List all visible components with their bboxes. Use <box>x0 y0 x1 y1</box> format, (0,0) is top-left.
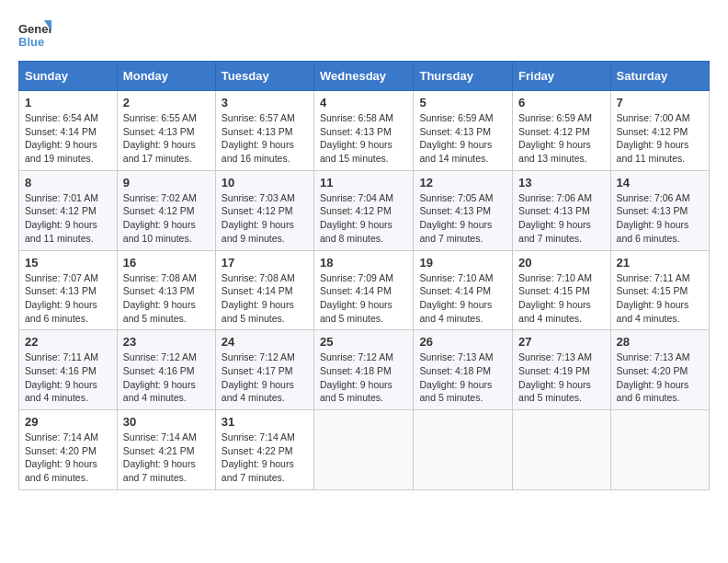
calendar-cell: 27 Sunrise: 7:13 AM Sunset: 4:19 PM Dayl… <box>513 330 610 410</box>
day-number: 15 <box>25 256 111 270</box>
day-info: Sunrise: 6:59 AM Sunset: 4:12 PM Dayligh… <box>518 111 604 166</box>
day-number: 24 <box>222 335 308 349</box>
day-info: Sunrise: 7:12 AM Sunset: 4:17 PM Dayligh… <box>222 350 308 405</box>
calendar-cell: 10 Sunrise: 7:03 AM Sunset: 4:12 PM Dayl… <box>215 170 313 250</box>
logo-icon: General Blue <box>18 18 51 52</box>
calendar-cell: 1 Sunrise: 6:54 AM Sunset: 4:14 PM Dayli… <box>19 91 118 171</box>
day-header-tuesday: Tuesday <box>215 62 313 91</box>
day-info: Sunrise: 7:06 AM Sunset: 4:13 PM Dayligh… <box>518 191 604 246</box>
day-info: Sunrise: 7:14 AM Sunset: 4:21 PM Dayligh… <box>123 431 210 485</box>
calendar-cell: 5 Sunrise: 6:59 AM Sunset: 4:13 PM Dayli… <box>414 91 513 171</box>
day-number: 26 <box>419 335 506 349</box>
day-number: 17 <box>222 256 308 270</box>
day-info: Sunrise: 7:02 AM Sunset: 4:12 PM Dayligh… <box>123 191 210 246</box>
day-header-thursday: Thursday <box>414 62 513 91</box>
day-number: 25 <box>320 335 407 349</box>
day-number: 11 <box>320 176 407 190</box>
day-number: 21 <box>617 256 703 270</box>
calendar: SundayMondayTuesdayWednesdayThursdayFrid… <box>18 61 710 490</box>
day-info: Sunrise: 7:11 AM Sunset: 4:16 PM Dayligh… <box>25 350 111 405</box>
day-number: 3 <box>222 96 308 109</box>
day-number: 31 <box>222 415 308 429</box>
calendar-week-1: 1 Sunrise: 6:54 AM Sunset: 4:14 PM Dayli… <box>19 91 710 171</box>
logo: General Blue <box>18 18 51 52</box>
day-info: Sunrise: 7:09 AM Sunset: 4:14 PM Dayligh… <box>320 271 407 326</box>
day-info: Sunrise: 7:06 AM Sunset: 4:13 PM Dayligh… <box>617 191 703 246</box>
day-info: Sunrise: 7:01 AM Sunset: 4:12 PM Dayligh… <box>25 191 111 246</box>
calendar-cell: 6 Sunrise: 6:59 AM Sunset: 4:12 PM Dayli… <box>513 91 610 171</box>
svg-text:General: General <box>18 22 51 36</box>
day-info: Sunrise: 7:14 AM Sunset: 4:22 PM Dayligh… <box>222 431 308 485</box>
day-info: Sunrise: 7:11 AM Sunset: 4:15 PM Dayligh… <box>617 271 703 326</box>
day-number: 1 <box>25 96 111 109</box>
calendar-cell: 31 Sunrise: 7:14 AM Sunset: 4:22 PM Dayl… <box>215 410 313 490</box>
calendar-cell: 12 Sunrise: 7:05 AM Sunset: 4:13 PM Dayl… <box>414 170 513 250</box>
day-number: 12 <box>419 176 506 190</box>
day-info: Sunrise: 7:08 AM Sunset: 4:13 PM Dayligh… <box>123 271 210 326</box>
calendar-cell: 21 Sunrise: 7:11 AM Sunset: 4:15 PM Dayl… <box>610 250 709 330</box>
header: General Blue <box>18 18 710 52</box>
calendar-cell: 19 Sunrise: 7:10 AM Sunset: 4:14 PM Dayl… <box>414 250 513 330</box>
day-info: Sunrise: 6:58 AM Sunset: 4:13 PM Dayligh… <box>320 111 407 166</box>
calendar-cell <box>314 410 414 490</box>
day-info: Sunrise: 7:10 AM Sunset: 4:15 PM Dayligh… <box>518 271 604 326</box>
calendar-week-3: 15 Sunrise: 7:07 AM Sunset: 4:13 PM Dayl… <box>19 250 710 330</box>
day-number: 7 <box>617 96 703 109</box>
day-number: 30 <box>123 415 210 429</box>
day-info: Sunrise: 7:13 AM Sunset: 4:20 PM Dayligh… <box>617 350 703 405</box>
day-info: Sunrise: 7:08 AM Sunset: 4:14 PM Dayligh… <box>222 271 308 326</box>
day-number: 18 <box>320 256 407 270</box>
calendar-cell: 16 Sunrise: 7:08 AM Sunset: 4:13 PM Dayl… <box>117 250 215 330</box>
calendar-cell: 25 Sunrise: 7:12 AM Sunset: 4:18 PM Dayl… <box>314 330 414 410</box>
calendar-cell: 13 Sunrise: 7:06 AM Sunset: 4:13 PM Dayl… <box>513 170 610 250</box>
calendar-cell: 14 Sunrise: 7:06 AM Sunset: 4:13 PM Dayl… <box>610 170 709 250</box>
calendar-cell: 7 Sunrise: 7:00 AM Sunset: 4:12 PM Dayli… <box>610 91 709 171</box>
day-info: Sunrise: 7:03 AM Sunset: 4:12 PM Dayligh… <box>222 191 308 246</box>
calendar-cell: 24 Sunrise: 7:12 AM Sunset: 4:17 PM Dayl… <box>215 330 313 410</box>
calendar-cell: 29 Sunrise: 7:14 AM Sunset: 4:20 PM Dayl… <box>19 410 118 490</box>
day-number: 2 <box>123 96 210 109</box>
calendar-week-4: 22 Sunrise: 7:11 AM Sunset: 4:16 PM Dayl… <box>19 330 710 410</box>
day-header-saturday: Saturday <box>610 62 709 91</box>
day-number: 14 <box>617 176 703 190</box>
calendar-cell: 26 Sunrise: 7:13 AM Sunset: 4:18 PM Dayl… <box>414 330 513 410</box>
calendar-cell: 9 Sunrise: 7:02 AM Sunset: 4:12 PM Dayli… <box>117 170 215 250</box>
calendar-cell: 8 Sunrise: 7:01 AM Sunset: 4:12 PM Dayli… <box>19 170 118 250</box>
day-number: 20 <box>518 256 604 270</box>
calendar-cell: 11 Sunrise: 7:04 AM Sunset: 4:12 PM Dayl… <box>314 170 414 250</box>
calendar-cell <box>414 410 513 490</box>
day-info: Sunrise: 7:12 AM Sunset: 4:18 PM Dayligh… <box>320 350 407 405</box>
calendar-cell: 15 Sunrise: 7:07 AM Sunset: 4:13 PM Dayl… <box>19 250 118 330</box>
day-header-friday: Friday <box>513 62 610 91</box>
calendar-week-2: 8 Sunrise: 7:01 AM Sunset: 4:12 PM Dayli… <box>19 170 710 250</box>
day-header-wednesday: Wednesday <box>314 62 414 91</box>
day-number: 19 <box>419 256 506 270</box>
day-header-sunday: Sunday <box>19 62 118 91</box>
calendar-header-row: SundayMondayTuesdayWednesdayThursdayFrid… <box>19 62 710 91</box>
day-info: Sunrise: 7:00 AM Sunset: 4:12 PM Dayligh… <box>617 111 703 166</box>
day-info: Sunrise: 6:54 AM Sunset: 4:14 PM Dayligh… <box>25 111 111 166</box>
calendar-cell: 28 Sunrise: 7:13 AM Sunset: 4:20 PM Dayl… <box>610 330 709 410</box>
calendar-cell: 3 Sunrise: 6:57 AM Sunset: 4:13 PM Dayli… <box>215 91 313 171</box>
day-number: 27 <box>518 335 604 349</box>
day-number: 23 <box>123 335 210 349</box>
day-info: Sunrise: 6:59 AM Sunset: 4:13 PM Dayligh… <box>419 111 506 166</box>
calendar-cell <box>513 410 610 490</box>
calendar-cell: 18 Sunrise: 7:09 AM Sunset: 4:14 PM Dayl… <box>314 250 414 330</box>
calendar-cell: 30 Sunrise: 7:14 AM Sunset: 4:21 PM Dayl… <box>117 410 215 490</box>
day-info: Sunrise: 7:12 AM Sunset: 4:16 PM Dayligh… <box>123 350 210 405</box>
day-info: Sunrise: 6:57 AM Sunset: 4:13 PM Dayligh… <box>222 111 308 166</box>
day-info: Sunrise: 7:14 AM Sunset: 4:20 PM Dayligh… <box>25 431 111 485</box>
day-number: 10 <box>222 176 308 190</box>
day-number: 16 <box>123 256 210 270</box>
day-info: Sunrise: 7:05 AM Sunset: 4:13 PM Dayligh… <box>419 191 506 246</box>
calendar-cell: 2 Sunrise: 6:55 AM Sunset: 4:13 PM Dayli… <box>117 91 215 171</box>
calendar-cell: 4 Sunrise: 6:58 AM Sunset: 4:13 PM Dayli… <box>314 91 414 171</box>
day-info: Sunrise: 6:55 AM Sunset: 4:13 PM Dayligh… <box>123 111 210 166</box>
calendar-cell: 23 Sunrise: 7:12 AM Sunset: 4:16 PM Dayl… <box>117 330 215 410</box>
day-number: 4 <box>320 96 407 109</box>
day-info: Sunrise: 7:04 AM Sunset: 4:12 PM Dayligh… <box>320 191 407 246</box>
day-number: 6 <box>518 96 604 109</box>
day-number: 22 <box>25 335 111 349</box>
calendar-week-5: 29 Sunrise: 7:14 AM Sunset: 4:20 PM Dayl… <box>19 410 710 490</box>
